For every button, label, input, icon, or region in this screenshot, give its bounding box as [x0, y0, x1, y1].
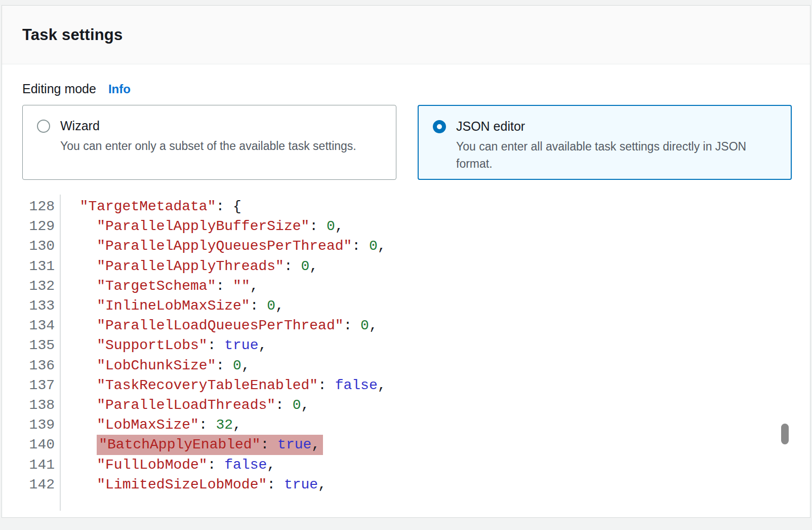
page-title: Task settings — [22, 26, 123, 44]
code-text: "LobChunkSize": 0, — [60, 358, 250, 373]
token-pun: : — [216, 358, 233, 373]
token-pun: , — [309, 258, 318, 274]
highlighted-code: "BatchApplyEnabled": true, — [97, 435, 323, 455]
json-code-editor[interactable]: 128 "TargetMetadata": {129 "ParallelAppl… — [2, 197, 810, 511]
token-pun: , — [241, 358, 250, 373]
token-pun: : — [318, 377, 335, 393]
code-line[interactable]: 134 "ParallelLoadQueuesPerThread": 0, — [2, 316, 810, 335]
token-pun: , — [335, 218, 344, 234]
token-num: 32 — [216, 417, 233, 433]
editing-mode-row: Editing mode Info — [22, 82, 790, 96]
editing-mode-options: Wizard You can enter only a subset of th… — [22, 105, 810, 180]
token-str: "TaskRecoveryTableEnabled" — [97, 377, 318, 393]
code-line[interactable]: 133 "InlineLobMaxSize": 0, — [2, 296, 810, 316]
token-pun: : — [216, 278, 233, 294]
token-pun: , — [250, 278, 259, 294]
line-number: 134 — [2, 318, 60, 333]
line-number: 136 — [2, 358, 60, 373]
token-str: "TargetSchema" — [97, 278, 216, 294]
line-number: 142 — [2, 477, 60, 493]
token-str: "SupportLobs" — [97, 337, 207, 353]
token-pun: : — [250, 298, 267, 314]
token-bool: true — [277, 437, 311, 452]
token-pun: : — [275, 397, 293, 413]
token-str: "LimitedSizeLobMode" — [97, 477, 267, 493]
token-pun: , — [275, 298, 284, 314]
line-number: 130 — [2, 238, 60, 254]
code-line[interactable]: 136 "LobChunkSize": 0, — [2, 356, 810, 375]
token-str: "ParallelLoadQueuesPerThread" — [97, 318, 343, 333]
code-text: "LobMaxSize": 32, — [60, 417, 241, 433]
token-bool: true — [224, 337, 258, 353]
line-number: 128 — [2, 199, 60, 214]
token-bool: true — [284, 477, 318, 493]
token-pun: , — [378, 377, 386, 393]
radio-selected-icon[interactable] — [433, 120, 446, 133]
token-bool: false — [224, 457, 267, 473]
token-bool: false — [335, 377, 378, 393]
code-line[interactable]: 135 "SupportLobs": true, — [2, 335, 810, 355]
token-pun: : — [284, 258, 301, 274]
line-number: 132 — [2, 278, 60, 294]
code-text: "ParallelLoadThreads": 0, — [60, 397, 309, 413]
code-text: "ParallelApplyBufferSize": 0, — [60, 218, 344, 234]
token-pun: : — [344, 318, 361, 333]
token-str: "LobMaxSize" — [97, 417, 199, 433]
code-line[interactable]: 141 "FullLobMode": false, — [2, 455, 810, 474]
line-number: 135 — [2, 337, 60, 353]
code-line[interactable]: 142 "LimitedSizeLobMode": true, — [2, 475, 810, 495]
task-settings-page: Task settings Editing mode Info Wizard Y… — [0, 0, 812, 530]
token-pun: , — [318, 477, 327, 493]
token-str: "TargetMetadata" — [80, 199, 216, 214]
option-wizard-description: You can enter only a subset of the avail… — [60, 137, 382, 155]
code-line[interactable]: 129 "ParallelApplyBufferSize": 0, — [2, 216, 810, 236]
option-json-editor-description: You can enter all available task setting… — [456, 138, 777, 172]
radio-unselected-icon[interactable] — [37, 120, 50, 133]
code-text: "TargetMetadata": { — [60, 199, 241, 214]
code-line[interactable]: 139 "LobMaxSize": 32, — [2, 415, 810, 435]
code-line[interactable]: 137 "TaskRecoveryTableEnabled": false, — [2, 375, 810, 395]
token-pun: : — [260, 437, 277, 452]
token-str: "InlineLobMaxSize" — [97, 298, 250, 314]
code-text: "ParallelLoadQueuesPerThread": 0, — [60, 318, 378, 333]
code-line[interactable]: 140 "BatchApplyEnabled": true, — [2, 435, 810, 455]
token-pun: , — [301, 397, 310, 413]
line-number: 129 — [2, 218, 60, 234]
code-text: "LimitedSizeLobMode": true, — [60, 477, 327, 493]
option-wizard[interactable]: Wizard You can enter only a subset of th… — [22, 105, 396, 180]
code-line[interactable]: 130 "ParallelApplyQueuesPerThread": 0, — [2, 236, 810, 256]
option-json-editor-title: JSON editor — [456, 119, 525, 134]
editor-scrollbar-thumb[interactable] — [781, 424, 789, 444]
token-pun: : { — [216, 199, 241, 214]
option-json-editor[interactable]: JSON editor You can enter all available … — [418, 105, 792, 180]
token-str: "LobChunkSize" — [97, 358, 216, 373]
gutter-separator — [60, 195, 61, 511]
token-str: "ParallelApplyBufferSize" — [97, 218, 309, 234]
code-text: "SupportLobs": true, — [60, 337, 267, 353]
token-num: 0 — [327, 218, 335, 234]
token-str: "ParallelApplyThreads" — [97, 258, 284, 274]
line-number: 138 — [2, 397, 60, 413]
line-number: 131 — [2, 258, 60, 274]
code-text: "ParallelApplyQueuesPerThread": 0, — [60, 238, 386, 254]
code-text: "BatchApplyEnabled": true, — [60, 437, 323, 452]
token-pun: , — [369, 318, 378, 333]
token-pun: : — [199, 417, 216, 433]
code-line[interactable]: 131 "ParallelApplyThreads": 0, — [2, 256, 810, 276]
code-text: "ParallelApplyThreads": 0, — [60, 258, 318, 274]
code-text: "FullLobMode": false, — [60, 457, 275, 473]
token-str: "" — [233, 278, 250, 294]
code-line[interactable]: 128 "TargetMetadata": { — [2, 197, 810, 216]
code-line[interactable]: 132 "TargetSchema": "", — [2, 276, 810, 296]
line-number: 140 — [2, 437, 60, 452]
token-pun: : — [309, 218, 327, 234]
code-line[interactable]: 138 "ParallelLoadThreads": 0, — [2, 395, 810, 415]
line-number: 139 — [2, 417, 60, 433]
token-num: 0 — [301, 258, 310, 274]
task-settings-card: Task settings Editing mode Info Wizard Y… — [2, 5, 810, 518]
token-str: "ParallelApplyQueuesPerThread" — [97, 238, 352, 254]
token-pun: : — [267, 477, 284, 493]
token-pun: , — [233, 417, 241, 433]
info-link[interactable]: Info — [108, 82, 131, 96]
option-json-editor-head: JSON editor — [433, 119, 777, 134]
